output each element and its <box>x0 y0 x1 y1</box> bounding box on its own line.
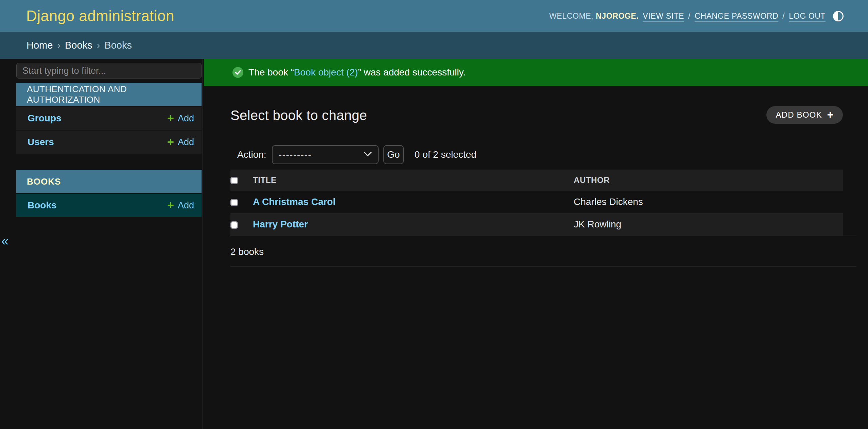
sidebar-item-users[interactable]: Users + Add <box>16 131 202 154</box>
breadcrumb-books-app[interactable]: Books <box>65 40 92 51</box>
books-link[interactable]: Books <box>28 200 57 211</box>
nav-section-auth: AUTHENTICATION AND AUTHORIZATION Groups … <box>16 83 202 154</box>
sidebar-toggle-column: « <box>0 59 16 429</box>
go-button[interactable]: Go <box>383 145 404 164</box>
selection-count: 0 of 2 selected <box>415 149 476 160</box>
half-moon-icon <box>833 11 844 21</box>
breadcrumb-separator: › <box>97 40 100 51</box>
results-table-container: TITLE AUTHOR A Christmas Carol Charles D… <box>230 170 856 236</box>
select-all-checkbox[interactable] <box>230 177 238 184</box>
log-out-link[interactable]: LOG OUT <box>789 12 826 21</box>
sidebar-item-books[interactable]: Books + Add <box>16 194 202 217</box>
welcome-label: WELCOME, <box>549 12 593 21</box>
add-user-link[interactable]: + Add <box>167 137 194 148</box>
section-caption-auth[interactable]: AUTHENTICATION AND AUTHORIZATION <box>16 83 202 106</box>
breadcrumb-current: Books <box>104 40 132 51</box>
django-admin-page: Django administration WELCOME, NJOROGE. … <box>0 0 868 429</box>
result-count: 2 books <box>230 246 264 257</box>
breadcrumb-separator: › <box>57 40 60 51</box>
plus-icon: + <box>167 137 174 147</box>
plus-icon: + <box>167 201 174 210</box>
action-select[interactable]: --------- <box>272 145 379 164</box>
table-header-row: TITLE AUTHOR <box>230 170 843 191</box>
groups-link[interactable]: Groups <box>28 113 62 124</box>
page-title: Select book to change <box>230 108 367 123</box>
separator: / <box>782 12 785 21</box>
app-header: Django administration WELCOME, NJOROGE. … <box>0 0 868 32</box>
author-cell: JK Rowling <box>574 213 843 236</box>
column-header-title[interactable]: TITLE <box>253 175 277 185</box>
column-header-author[interactable]: AUTHOR <box>574 175 610 185</box>
action-label: Action: <box>237 149 266 160</box>
success-check-icon <box>232 67 243 78</box>
table-row: Harry Potter JK Rowling <box>230 213 843 236</box>
breadcrumb-home[interactable]: Home <box>27 40 53 51</box>
book-title-link[interactable]: A Christmas Carol <box>253 196 335 207</box>
main-content: The book “Book object (2)” was added suc… <box>203 59 868 429</box>
row-checkbox[interactable] <box>230 199 238 206</box>
author-cell: Charles Dickens <box>574 191 843 213</box>
chevron-down-icon <box>364 152 372 158</box>
row-checkbox[interactable] <box>230 221 238 229</box>
actions-bar: Action: --------- Go 0 of 2 selected <box>237 145 476 164</box>
book-object-link[interactable]: Book object (2) <box>294 67 358 78</box>
plus-icon: + <box>167 114 174 123</box>
change-password-link[interactable]: CHANGE PASSWORD <box>695 12 778 21</box>
site-name-link[interactable]: Django administration <box>26 7 174 24</box>
nav-section-books: BOOKS Books + Add <box>16 170 202 217</box>
add-book-link[interactable]: + Add <box>167 200 194 211</box>
plus-icon: + <box>827 111 834 119</box>
table-row: A Christmas Carol Charles Dickens <box>230 191 843 213</box>
result-list-table: TITLE AUTHOR A Christmas Carol Charles D… <box>230 170 843 236</box>
paginator-divider <box>230 266 856 267</box>
users-link[interactable]: Users <box>28 137 54 148</box>
sidebar-filter-input[interactable] <box>16 63 202 79</box>
username: NJOROGE. <box>596 12 639 21</box>
nav-sidebar: AUTHENTICATION AND AUTHORIZATION Groups … <box>16 59 203 429</box>
collapse-sidebar-button[interactable]: « <box>1 235 8 247</box>
success-message: The book “Book object (2)” was added suc… <box>204 59 868 86</box>
separator: / <box>688 12 691 21</box>
book-title-link[interactable]: Harry Potter <box>253 219 308 229</box>
user-tools: WELCOME, NJOROGE. VIEW SITE / CHANGE PAS… <box>549 11 844 21</box>
success-message-text: The book “Book object (2)” was added suc… <box>248 67 466 78</box>
sidebar-item-groups[interactable]: Groups + Add <box>16 107 202 130</box>
section-caption-books[interactable]: BOOKS <box>16 170 202 193</box>
view-site-link[interactable]: VIEW SITE <box>643 12 684 21</box>
add-book-button[interactable]: ADD BOOK + <box>766 106 843 124</box>
add-group-link[interactable]: + Add <box>167 113 194 124</box>
breadcrumb: Home › Books › Books <box>0 32 868 59</box>
theme-toggle-button[interactable] <box>833 11 844 21</box>
